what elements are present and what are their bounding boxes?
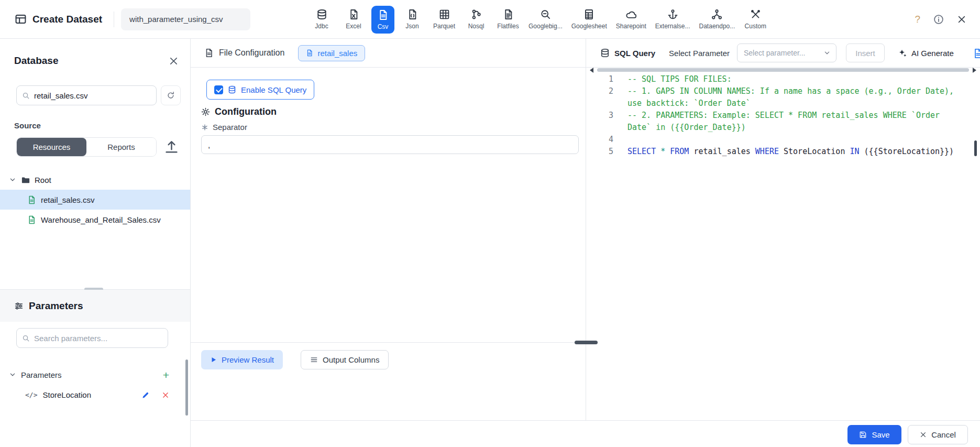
excel-icon <box>348 9 359 20</box>
horizontal-scroll-thumb[interactable] <box>597 68 969 72</box>
line-number: 1 <box>586 73 613 85</box>
insert-button[interactable]: Insert <box>846 43 885 62</box>
datasource-json[interactable]: Json <box>401 9 424 30</box>
add-parameter-button[interactable]: + <box>163 369 169 380</box>
datasource-dataendpo[interactable]: Dataendpo... <box>699 9 735 30</box>
datasource-googlebig[interactable]: Googlebig... <box>528 9 563 30</box>
sidebar-scrollbar[interactable] <box>185 359 188 416</box>
clipped-header-icon[interactable] <box>973 48 980 59</box>
googlesheet-icon <box>583 9 594 20</box>
file-icon <box>306 49 313 57</box>
tree-file-name: retail_sales.csv <box>41 195 95 204</box>
csv-icon <box>378 9 389 20</box>
editor-vertical-scroll-thumb[interactable] <box>974 140 977 156</box>
play-icon <box>210 356 217 363</box>
search-icon <box>22 92 30 100</box>
dataset-name-box[interactable]: with_parameter_using_csv <box>121 8 250 30</box>
chevron-down-icon <box>823 49 831 57</box>
tree-file-row[interactable]: retail_sales.csv <box>0 190 190 210</box>
parameter-item[interactable]: </>StoreLocation <box>0 385 190 405</box>
upload-icon[interactable] <box>164 139 179 155</box>
cancel-button[interactable]: Cancel <box>908 425 968 444</box>
page-title: Create Dataset <box>32 14 102 25</box>
parameters-section-header: Parameters <box>0 290 190 322</box>
tree-root-row[interactable]: Root <box>0 170 190 190</box>
code-line: 5SELECT * FROM retail_sales WHERE StoreL… <box>586 146 980 158</box>
file-config-icon <box>204 48 214 58</box>
parameter-select-dropdown[interactable]: Select parameter... <box>737 43 836 62</box>
datasource-label: Nosql <box>468 23 485 30</box>
tree-file-row[interactable]: Warehouse_and_Retail_Sales.csv <box>0 210 190 230</box>
parquet-icon <box>439 9 450 20</box>
datasource-excel[interactable]: Excel <box>342 9 365 30</box>
sidebar-close-icon[interactable] <box>169 56 179 66</box>
chevron-down-icon[interactable] <box>9 371 16 378</box>
enable-sql-checkbox[interactable] <box>214 85 223 94</box>
scroll-right-arrow-icon[interactable] <box>973 68 976 73</box>
file-configuration-title: File Configuration <box>219 48 284 58</box>
datasource-sharepoint[interactable]: Sharepoint <box>616 9 646 30</box>
datasource-label: Custom <box>745 23 766 30</box>
select-parameter-label: Select Parameter <box>669 49 730 58</box>
csv-file-icon <box>27 215 36 224</box>
close-window-icon[interactable] <box>957 15 966 24</box>
datasource-jdbc[interactable]: Jdbc <box>310 9 333 30</box>
code-lines: 1-- SQL TIPS FOR FILES:2-- 1. GAPS IN CO… <box>586 73 980 158</box>
table-chip-retail-sales[interactable]: retail_sales <box>298 45 365 61</box>
datasource-parquet[interactable]: Parquet <box>433 9 456 30</box>
tab-reports[interactable]: Reports <box>86 138 156 156</box>
line-number: 4 <box>586 134 613 146</box>
sql-query-title: SQL Query <box>614 49 655 58</box>
parameter-list: </>StoreLocation <box>0 385 190 405</box>
tab-resources[interactable]: Resources <box>17 138 86 156</box>
sharepoint-icon <box>625 9 636 20</box>
file-list: retail_sales.csvWarehouse_and_Retail_Sal… <box>0 190 190 230</box>
datasource-csv[interactable]: Csv <box>371 6 394 34</box>
chevron-down-icon[interactable] <box>9 176 16 183</box>
middle-bottom-divider <box>191 342 586 343</box>
app-brand: Create Dataset <box>0 13 102 25</box>
datasource-flatfiles[interactable]: Flatfiles <box>497 9 520 30</box>
panel-splitter-handle[interactable] <box>575 341 598 344</box>
help-icon[interactable]: ? <box>915 14 920 25</box>
database-icon <box>228 85 236 94</box>
scroll-left-arrow-icon[interactable] <box>590 68 593 73</box>
editor-horizontal-scrollbar[interactable] <box>586 67 980 73</box>
preview-result-label: Preview Result <box>222 355 274 364</box>
list-icon <box>310 356 318 364</box>
info-icon[interactable] <box>933 14 944 25</box>
custom-icon <box>750 9 761 20</box>
delete-parameter-icon[interactable] <box>162 391 169 399</box>
datasource-externalse[interactable]: Externalse... <box>655 9 690 30</box>
refresh-button[interactable] <box>161 85 181 105</box>
parameters-group-row[interactable]: Parameters + <box>0 365 190 384</box>
datasource-label: Dataendpo... <box>699 23 735 30</box>
parameter-name: StoreLocation <box>42 390 136 399</box>
datasource-googlesheet[interactable]: Googlesheet <box>571 9 607 30</box>
output-columns-button[interactable]: Output Columns <box>301 350 389 369</box>
parameters-group-label: Parameters <box>21 370 158 379</box>
edit-parameter-icon[interactable] <box>141 391 150 399</box>
database-sidebar: Database Source Resources Reports Root r… <box>0 39 191 447</box>
datasource-label: Jdbc <box>315 23 328 30</box>
parameter-search-input[interactable] <box>34 334 162 343</box>
code-line: 1-- SQL TIPS FOR FILES: <box>586 73 980 85</box>
flatfiles-icon <box>503 9 514 20</box>
separator-input[interactable] <box>201 135 579 154</box>
ai-generate-button[interactable]: AI Generate <box>898 49 954 58</box>
code-line: 4 <box>586 134 980 146</box>
sql-code-editor[interactable]: 1-- SQL TIPS FOR FILES:2-- 1. GAPS IN CO… <box>586 73 980 420</box>
csv-file-icon <box>27 195 36 204</box>
separator-label: Separator <box>213 123 247 132</box>
sparkles-icon <box>898 49 907 58</box>
datasource-custom[interactable]: Custom <box>744 9 767 30</box>
parameter-select-placeholder: Select parameter... <box>744 49 806 57</box>
enable-sql-query-toggle[interactable]: Enable SQL Query <box>206 80 314 100</box>
preview-result-button[interactable]: Preview Result <box>201 350 283 369</box>
code-icon: </> <box>25 391 37 399</box>
file-search-input[interactable] <box>34 91 151 100</box>
datasource-nosql[interactable]: Nosql <box>465 9 488 30</box>
app-grid-icon <box>15 13 27 25</box>
close-icon <box>920 431 927 438</box>
save-button[interactable]: Save <box>847 425 901 444</box>
